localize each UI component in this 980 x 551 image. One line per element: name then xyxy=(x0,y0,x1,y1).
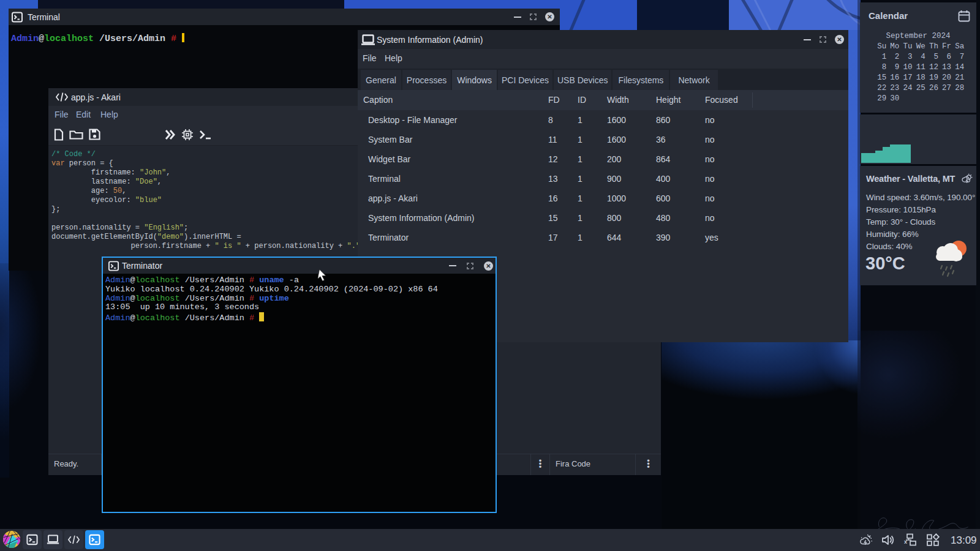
svg-text:x: x xyxy=(904,539,907,545)
